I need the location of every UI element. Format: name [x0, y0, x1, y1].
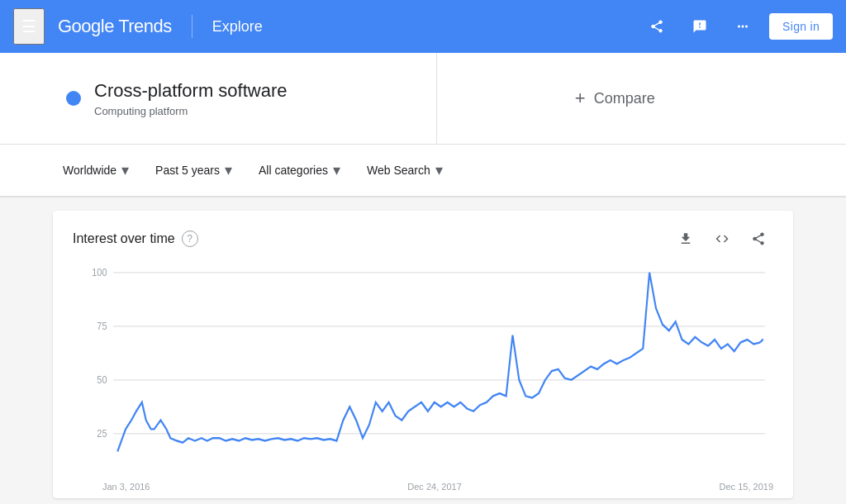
chart-section: Interest over time ? [53, 211, 793, 498]
period-chevron-icon: ▾ [225, 161, 232, 179]
search-dot [66, 91, 81, 106]
download-icon[interactable] [671, 224, 701, 254]
sign-in-button[interactable]: Sign in [769, 13, 833, 40]
menu-icon[interactable]: ☰ [13, 8, 45, 45]
region-filter[interactable]: Worldwide ▾ [53, 155, 139, 186]
chart-title: Interest over time [73, 231, 175, 246]
period-label: Past 5 years [155, 164, 220, 177]
apps-icon[interactable] [726, 10, 759, 43]
search-term-box: Cross-platform software Computing platfo… [53, 53, 437, 144]
app-header: ☰ Google Trends Explore Sign in [0, 0, 846, 53]
chart-line [117, 273, 760, 452]
explore-label: Explore [212, 18, 263, 36]
header-actions: Sign in [640, 10, 833, 43]
help-icon[interactable]: ? [182, 231, 198, 247]
type-filter[interactable]: Web Search ▾ [357, 155, 453, 186]
svg-text:50: 50 [97, 375, 107, 386]
region-label: Worldwide [63, 164, 116, 177]
x-label-mid: Dec 24, 2017 [407, 482, 461, 492]
compare-label: Compare [594, 90, 655, 107]
region-chevron-icon: ▾ [121, 161, 129, 179]
category-filter[interactable]: All categories ▾ [249, 155, 350, 186]
embed-icon[interactable] [707, 224, 737, 254]
category-label: All categories [259, 164, 328, 177]
svg-text:75: 75 [97, 321, 107, 332]
share-chart-icon[interactable] [744, 224, 773, 254]
type-label: Web Search [367, 164, 430, 177]
search-row: Cross-platform software Computing platfo… [53, 53, 793, 144]
compare-box[interactable]: + Compare [437, 53, 794, 144]
chart-x-labels: Jan 3, 2016 Dec 24, 2017 Dec 15, 2019 [53, 478, 793, 492]
type-chevron-icon: ▾ [435, 161, 443, 179]
svg-text:25: 25 [97, 429, 107, 440]
chart-area: 100 75 50 25 [53, 264, 793, 478]
svg-text:100: 100 [92, 268, 107, 278]
period-filter[interactable]: Past 5 years ▾ [145, 155, 242, 186]
x-label-start: Jan 3, 2016 [102, 482, 150, 492]
chart-actions [671, 224, 773, 254]
search-area: Cross-platform software Computing platfo… [0, 53, 846, 145]
chart-svg: 100 75 50 25 [73, 264, 773, 478]
search-term-title: Cross-platform software [94, 80, 288, 102]
category-chevron-icon: ▾ [333, 161, 340, 179]
search-term-subtitle: Computing platform [94, 105, 288, 117]
header-divider [192, 15, 192, 38]
share-icon[interactable] [640, 10, 673, 43]
chart-header: Interest over time ? [53, 224, 793, 264]
logo-text: Google Trends [58, 16, 172, 37]
chart-title-row: Interest over time ? [73, 231, 198, 247]
chart-line-dotted [760, 337, 765, 343]
logo: Google Trends [58, 16, 172, 37]
filters-bar: Worldwide ▾ Past 5 years ▾ All categorie… [0, 145, 846, 197]
search-term-content: Cross-platform software Computing platfo… [94, 80, 288, 117]
compare-plus-icon: + [575, 88, 586, 109]
x-label-end: Dec 15, 2019 [720, 482, 773, 492]
feedback-icon[interactable] [683, 10, 716, 43]
